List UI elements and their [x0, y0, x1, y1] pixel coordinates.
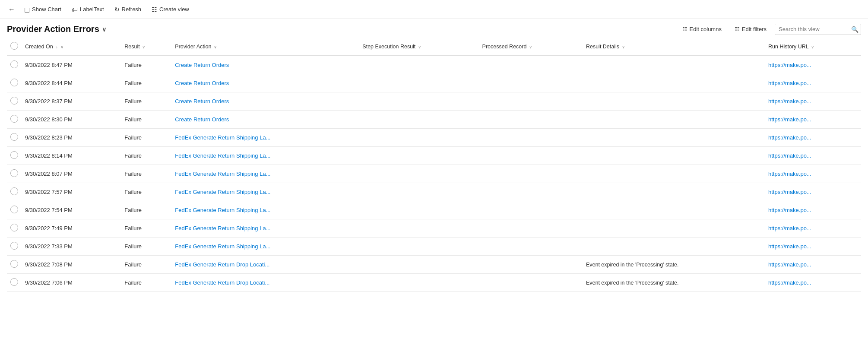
back-button[interactable]: ← — [5, 3, 18, 16]
col-processed-dropdown-icon[interactable]: ∨ — [529, 44, 532, 49]
col-result-details-dropdown-icon[interactable]: ∨ — [622, 44, 625, 49]
row-select-cell — [7, 219, 22, 238]
run-history-url-link[interactable]: https://make.po... — [768, 225, 811, 231]
run-history-url-link[interactable]: https://make.po... — [768, 134, 811, 141]
provider-action-link[interactable]: FedEx Generate Return Shipping La... — [175, 243, 270, 250]
cell-run-history-url: https://make.po... — [765, 74, 861, 92]
row-checkbox[interactable] — [10, 224, 18, 231]
table-row: 9/30/2022 8:23 PMFailureFedEx Generate R… — [7, 129, 861, 147]
provider-action-link[interactable]: Create Return Orders — [175, 80, 229, 86]
row-checkbox[interactable] — [10, 97, 18, 105]
label-text-label: LabelText — [80, 6, 104, 13]
cell-processed-record — [479, 219, 583, 238]
run-history-url-link[interactable]: https://make.po... — [768, 261, 811, 268]
provider-action-link[interactable]: FedEx Generate Return Drop Locati... — [175, 261, 269, 268]
provider-action-link[interactable]: FedEx Generate Return Drop Locati... — [175, 279, 269, 286]
table-row: 9/30/2022 8:37 PMFailureCreate Return Or… — [7, 92, 861, 111]
title-chevron-icon[interactable]: ∨ — [102, 26, 106, 33]
col-provider-action-dropdown-icon[interactable]: ∨ — [214, 44, 217, 49]
cell-run-history-url: https://make.po... — [765, 111, 861, 129]
cell-provider-action: Create Return Orders — [171, 92, 359, 111]
col-step-dropdown-icon[interactable]: ∨ — [418, 44, 421, 49]
provider-action-link[interactable]: Create Return Orders — [175, 62, 229, 68]
run-history-url-link[interactable]: https://make.po... — [768, 243, 811, 250]
cell-result: Failure — [121, 147, 171, 165]
edit-filters-button[interactable]: ☷ Edit filters — [730, 23, 771, 35]
col-result[interactable]: Result ∨ — [121, 38, 171, 56]
search-icon[interactable]: 🔍 — [851, 26, 858, 33]
provider-action-link[interactable]: Create Return Orders — [175, 98, 229, 105]
cell-processed-record — [479, 56, 583, 74]
cell-step-execution-result — [359, 56, 478, 74]
row-select-cell — [7, 147, 22, 165]
table-row: 9/30/2022 7:08 PMFailureFedEx Generate R… — [7, 256, 861, 274]
run-history-url-link[interactable]: https://make.po... — [768, 116, 811, 123]
table-header: Created On ↓ ∨ Result ∨ Provider Action … — [7, 38, 861, 56]
run-history-url-link[interactable]: https://make.po... — [768, 207, 811, 213]
col-result-details[interactable]: Result Details ∨ — [583, 38, 765, 56]
cell-provider-action: Create Return Orders — [171, 111, 359, 129]
col-processed-record[interactable]: Processed Record ∨ — [479, 38, 583, 56]
search-input[interactable] — [779, 26, 851, 32]
cell-created-on: 9/30/2022 8:14 PM — [22, 147, 121, 165]
select-all-checkbox[interactable] — [10, 42, 18, 50]
col-created-on[interactable]: Created On ↓ ∨ — [22, 38, 121, 56]
run-history-url-link[interactable]: https://make.po... — [768, 152, 811, 159]
refresh-button[interactable]: ↻ Refresh — [110, 4, 146, 15]
page-title-area: Provider Action Errors ∨ — [7, 24, 106, 34]
table-container: Created On ↓ ∨ Result ∨ Provider Action … — [0, 38, 868, 292]
row-checkbox[interactable] — [10, 79, 18, 86]
provider-action-link[interactable]: FedEx Generate Return Shipping La... — [175, 225, 270, 231]
filter-icon: ☷ — [735, 26, 740, 32]
cell-provider-action: FedEx Generate Return Shipping La... — [171, 165, 359, 183]
provider-action-link[interactable]: FedEx Generate Return Shipping La... — [175, 171, 270, 177]
create-view-button[interactable]: ☷ Create view — [147, 4, 193, 15]
run-history-url-link[interactable]: https://make.po... — [768, 62, 811, 68]
run-history-url-link[interactable]: https://make.po... — [768, 279, 811, 286]
provider-action-link[interactable]: FedEx Generate Return Shipping La... — [175, 134, 270, 141]
table-row: 9/30/2022 7:33 PMFailureFedEx Generate R… — [7, 238, 861, 256]
row-checkbox[interactable] — [10, 151, 18, 159]
run-history-url-link[interactable]: https://make.po... — [768, 80, 811, 86]
col-step-execution-result[interactable]: Step Execution Result ∨ — [359, 38, 478, 56]
row-checkbox[interactable] — [10, 242, 18, 250]
provider-action-link[interactable]: Create Return Orders — [175, 116, 229, 123]
provider-action-link[interactable]: FedEx Generate Return Shipping La... — [175, 189, 270, 195]
cell-result: Failure — [121, 219, 171, 238]
row-checkbox[interactable] — [10, 60, 18, 68]
chart-icon: ◫ — [24, 6, 30, 13]
col-run-history-dropdown-icon[interactable]: ∨ — [811, 44, 814, 49]
row-checkbox[interactable] — [10, 169, 18, 177]
label-text-button[interactable]: 🏷 LabelText — [67, 4, 108, 15]
refresh-label: Refresh — [122, 6, 142, 13]
cell-run-history-url: https://make.po... — [765, 274, 861, 292]
run-history-url-link[interactable]: https://make.po... — [768, 189, 811, 195]
edit-columns-button[interactable]: ☷ Edit columns — [678, 23, 726, 35]
cell-result: Failure — [121, 56, 171, 74]
edit-columns-label: Edit columns — [690, 26, 722, 32]
row-checkbox[interactable] — [10, 133, 18, 141]
cell-created-on: 9/30/2022 7:57 PM — [22, 183, 121, 201]
row-checkbox[interactable] — [10, 206, 18, 213]
col-dropdown-icon[interactable]: ∨ — [60, 44, 63, 49]
row-checkbox[interactable] — [10, 187, 18, 195]
provider-action-link[interactable]: FedEx Generate Return Shipping La... — [175, 152, 270, 159]
show-chart-button[interactable]: ◫ Show Chart — [20, 4, 66, 15]
col-provider-action[interactable]: Provider Action ∨ — [171, 38, 359, 56]
cell-result-details: Event expired in the 'Processing' state. — [583, 256, 765, 274]
search-box[interactable]: 🔍 — [775, 24, 861, 35]
cell-processed-record — [479, 256, 583, 274]
cell-run-history-url: https://make.po... — [765, 238, 861, 256]
provider-action-link[interactable]: FedEx Generate Return Shipping La... — [175, 207, 270, 213]
col-run-history-url[interactable]: Run History URL ∨ — [765, 38, 861, 56]
run-history-url-link[interactable]: https://make.po... — [768, 171, 811, 177]
sort-desc-icon: ↓ — [56, 44, 58, 49]
cell-result-details: Event expired in the 'Processing' state. — [583, 274, 765, 292]
run-history-url-link[interactable]: https://make.po... — [768, 98, 811, 105]
row-checkbox[interactable] — [10, 278, 18, 286]
col-result-dropdown-icon[interactable]: ∨ — [142, 44, 145, 49]
row-checkbox[interactable] — [10, 115, 18, 123]
cell-result: Failure — [121, 111, 171, 129]
cell-step-execution-result — [359, 165, 478, 183]
row-checkbox[interactable] — [10, 260, 18, 268]
